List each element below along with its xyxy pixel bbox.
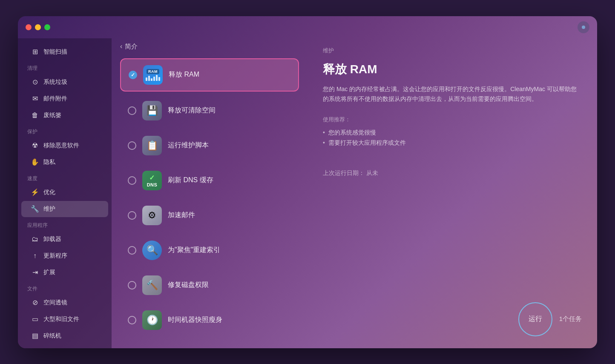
extensions-icon: ⇥ <box>31 268 39 277</box>
recommend-list: 您的系统感觉很慢 需要打开较大应用程序或文件 <box>323 128 582 148</box>
main-layout: ⊞ 智能扫描 清理 ⊙ 系统垃圾 ✉ 邮件附件 🗑 废纸篓 保护 ☢ 移除恶意软… <box>18 38 597 348</box>
content-area: ‹ 简介 RAM <box>112 38 597 348</box>
sidebar-item-label: 扩展 <box>43 269 55 276</box>
uninstaller-icon: 🗂 <box>31 235 39 244</box>
maintenance-item-label: 释放 RAM <box>169 70 199 79</box>
sidebar: ⊞ 智能扫描 清理 ⊙ 系统垃圾 ✉ 邮件附件 🗑 废纸篓 保护 ☢ 移除恶意软… <box>18 38 112 348</box>
radio-free-ram[interactable] <box>129 71 137 79</box>
sidebar-item-large-files[interactable]: ▭ 大型和旧文件 <box>21 311 108 327</box>
section-label-protect: 保护 <box>18 124 112 137</box>
ram-icon: RAM <box>143 65 163 85</box>
last-run-info: 上次运行日期： 从未 <box>323 169 582 177</box>
maintenance-item-label: 加速邮件 <box>168 211 195 220</box>
last-run-value: 从未 <box>366 169 378 176</box>
maintenance-item-label: 修复磁盘权限 <box>168 281 209 289</box>
task-count: 1个任务 <box>559 315 582 323</box>
sidebar-item-label: 隐私 <box>43 158 55 166</box>
detail-section-label: 维护 <box>323 47 582 54</box>
detail-description: 您的 Mac 的内存经常被占满。这会让您的应用和打开的文件反应很慢。CleanM… <box>323 84 582 104</box>
sidebar-item-optimize[interactable]: ⚡ 优化 <box>21 184 108 201</box>
radio-reindex-spotlight[interactable] <box>128 246 136 255</box>
run-button[interactable]: 运行 <box>518 302 552 336</box>
traffic-lights <box>26 24 50 30</box>
updater-icon: ↑ <box>31 252 39 260</box>
sidebar-item-uninstaller[interactable]: 🗂 卸载器 <box>21 231 108 247</box>
trash-icon: 🗑 <box>31 111 39 120</box>
malware-icon: ☢ <box>31 141 39 150</box>
time-machine-icon: 🕐 <box>142 310 162 330</box>
settings-dot[interactable] <box>578 21 589 33</box>
back-nav[interactable]: ‹ 简介 <box>120 38 299 58</box>
sidebar-item-trash[interactable]: 🗑 废纸篓 <box>21 107 108 123</box>
sidebar-item-shredder[interactable]: ▤ 碎纸机 <box>21 328 108 344</box>
maintenance-item-label: 为"聚焦"重建索引 <box>168 246 220 255</box>
disk-repair-icon: 🔨 <box>142 275 162 295</box>
sidebar-item-label: 大型和旧文件 <box>43 315 79 323</box>
maintenance-item-free-ram[interactable]: RAM 释放 RAM <box>120 58 299 92</box>
sidebar-item-label: 移除恶意软件 <box>43 142 79 149</box>
sidebar-item-extensions[interactable]: ⇥ 扩展 <box>21 264 108 281</box>
optimize-icon: ⚡ <box>31 188 39 197</box>
privacy-icon: ✋ <box>31 158 39 166</box>
sidebar-item-space-lens[interactable]: ⊘ 空间透镜 <box>21 295 108 311</box>
maintenance-item-flush-dns[interactable]: ✓ DNS 刷新 DNS 缓存 <box>120 165 299 196</box>
maintenance-item-repair-permissions[interactable]: 🔨 修复磁盘权限 <box>120 269 299 301</box>
maintenance-item-slim-time-machine[interactable]: 🕐 时间机器快照瘦身 <box>120 304 299 336</box>
maintenance-item-label: 刷新 DNS 缓存 <box>168 176 213 185</box>
sidebar-item-system-junk[interactable]: ⊙ 系统垃圾 <box>21 74 108 90</box>
radio-free-purgeable[interactable] <box>128 106 136 115</box>
sidebar-item-label: 更新程序 <box>43 252 67 260</box>
radio-flush-dns[interactable] <box>128 176 136 185</box>
recommend-item: 需要打开较大应用程序或文件 <box>323 138 582 148</box>
back-chevron-icon: ‹ <box>120 43 122 50</box>
radio-speed-mail[interactable] <box>128 211 136 220</box>
close-button[interactable] <box>26 24 32 30</box>
dns-icon: ✓ DNS <box>142 171 162 190</box>
sidebar-item-label: 碎纸机 <box>43 332 61 340</box>
sidebar-item-label: 空间透镜 <box>43 299 67 307</box>
space-lens-icon: ⊘ <box>31 298 39 307</box>
sidebar-item-smart-scan[interactable]: ⊞ 智能扫描 <box>21 44 108 60</box>
radio-run-scripts[interactable] <box>128 141 136 150</box>
smart-scan-icon: ⊞ <box>31 48 39 56</box>
maintenance-item-label: 释放可清除空间 <box>168 106 216 115</box>
maintenance-item-speed-mail[interactable]: ⚙ 加速邮件 <box>120 200 299 231</box>
recommend-item: 您的系统感觉很慢 <box>323 128 582 138</box>
sidebar-item-label: 智能扫描 <box>43 48 67 56</box>
large-files-icon: ▭ <box>31 315 39 324</box>
mail-icon: ✉ <box>31 95 39 103</box>
sidebar-item-label: 卸载器 <box>43 235 61 243</box>
detail-panel: 维护 释放 RAM 您的 Mac 的内存经常被占满。这会让您的应用和打开的文件反… <box>308 38 597 348</box>
radio-slim-time-machine[interactable] <box>128 316 136 324</box>
shredder-icon: ▤ <box>31 332 39 340</box>
run-button-area: 运行 1个任务 <box>518 302 582 336</box>
sidebar-item-privacy[interactable]: ✋ 隐私 <box>21 154 108 170</box>
maintenance-icon: 🔧 <box>31 205 39 213</box>
sidebar-item-label: 优化 <box>43 189 55 196</box>
sidebar-item-maintenance[interactable]: 🔧 维护 <box>21 201 108 217</box>
sidebar-item-updater[interactable]: ↑ 更新程序 <box>21 248 108 264</box>
title-bar <box>18 16 597 38</box>
system-junk-icon: ⊙ <box>31 78 39 86</box>
maintenance-item-run-scripts[interactable]: 📋 运行维护脚本 <box>120 130 299 161</box>
maintenance-item-free-purgeable[interactable]: 💾 释放可清除空间 <box>120 95 299 126</box>
sidebar-item-malware[interactable]: ☢ 移除恶意软件 <box>21 138 108 154</box>
section-label-files: 文件 <box>18 281 112 294</box>
maintenance-item-reindex-spotlight[interactable]: 🔍 为"聚焦"重建索引 <box>120 235 299 266</box>
section-label-apps: 应用程序 <box>18 218 112 231</box>
section-label-speed: 速度 <box>18 171 112 184</box>
back-nav-label: 简介 <box>125 43 138 51</box>
sidebar-item-label: 维护 <box>43 205 55 213</box>
app-window: ⊞ 智能扫描 清理 ⊙ 系统垃圾 ✉ 邮件附件 🗑 废纸篓 保护 ☢ 移除恶意软… <box>18 16 597 348</box>
last-run-label: 上次运行日期： <box>323 169 365 176</box>
sidebar-item-mail-attachments[interactable]: ✉ 邮件附件 <box>21 91 108 107</box>
spotlight-icon: 🔍 <box>142 241 162 260</box>
detail-title: 释放 RAM <box>323 61 582 77</box>
minimize-button[interactable] <box>35 24 41 30</box>
recommend-label: 使用推荐： <box>323 116 582 123</box>
radio-repair-permissions[interactable] <box>128 281 136 289</box>
maintenance-item-label: 时间机器快照瘦身 <box>168 315 222 324</box>
list-panel: ‹ 简介 RAM <box>112 38 308 348</box>
sidebar-item-label: 系统垃圾 <box>43 78 67 86</box>
maximize-button[interactable] <box>44 24 50 30</box>
